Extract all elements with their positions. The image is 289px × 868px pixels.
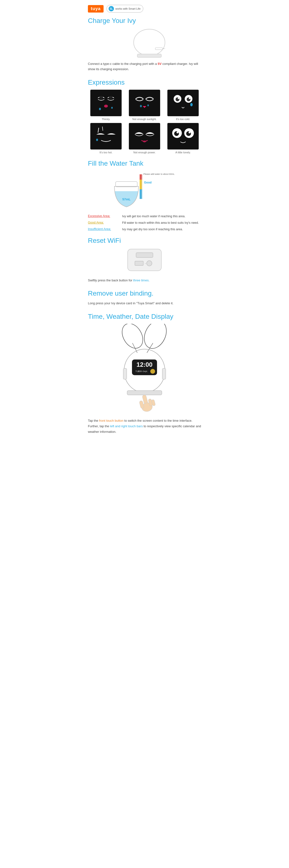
- twd-illustration: 12:00 TUE 20th-Sept.: [88, 324, 201, 413]
- tank-svg: 57mL: [111, 172, 142, 209]
- svg-point-47: [150, 369, 155, 374]
- face-hot: [90, 123, 121, 150]
- svg-text:20th-Sept.: 20th-Sept.: [138, 370, 148, 373]
- svg-point-8: [111, 107, 113, 109]
- ivy-device-image: ←: [125, 28, 164, 57]
- expression-lonely: A little lonely.: [165, 123, 201, 154]
- svg-point-17: [190, 103, 193, 106]
- reset-highlight: three times.: [133, 278, 150, 282]
- svg-text:←: ←: [162, 46, 166, 51]
- svg-point-7: [99, 108, 101, 110]
- legend-good: Good Area: Fill water to reach within th…: [88, 221, 201, 225]
- expression-hot: It's too hot.: [88, 123, 124, 154]
- legend-good-text: Fill water to reach within this area to …: [122, 221, 199, 225]
- reset-wifi-illustration: ←: [88, 248, 201, 274]
- svg-point-5: [109, 96, 113, 99]
- water-tank-illustration: Please add water to about 60mL Good 57mL: [88, 171, 201, 209]
- svg-line-39: [147, 343, 153, 353]
- svg-rect-41: [123, 368, 127, 379]
- legend-good-label: Good Area:: [88, 221, 119, 224]
- svg-line-18: [98, 128, 99, 133]
- face-power-label: Not enough power.: [134, 151, 155, 154]
- expressions-grid: Thirsty. Not enough sunlight.: [88, 90, 201, 154]
- svg-point-9: [140, 105, 142, 107]
- remove-binding-text: Long press your Ivy device card in "Tuya…: [88, 301, 201, 306]
- face-thirsty: [90, 90, 121, 116]
- svg-rect-42: [162, 368, 166, 379]
- face-thirsty-label: Thirsty.: [102, 118, 110, 121]
- svg-text:57mL: 57mL: [122, 197, 131, 201]
- tuya-logo: tuya: [88, 5, 104, 12]
- face-sunlight-label: Not enough sunlight.: [133, 118, 157, 121]
- smart-life-icon: SL: [109, 6, 114, 11]
- header-logos: tuya SL works with Smart Life: [88, 5, 201, 12]
- water-legend: Excessive Area: Ivy will get too much wa…: [88, 214, 201, 231]
- touch-bars-highlight: left and right touch bars: [110, 424, 143, 428]
- smart-life-badge: SL works with Smart Life: [106, 5, 143, 12]
- expression-sunlight: Not enough sunlight.: [127, 90, 162, 121]
- expression-thirsty: Thirsty.: [88, 90, 124, 121]
- svg-rect-29: [116, 182, 137, 187]
- charge-description: Connect a type-c cable to the charging p…: [88, 61, 201, 72]
- tank-good: Good: [144, 181, 151, 184]
- svg-point-36: [118, 324, 147, 352]
- twd-description: Tap the front touch button to switch the…: [88, 418, 201, 435]
- svg-point-10: [147, 104, 149, 106]
- charge-illustration: ←: [88, 28, 201, 57]
- legend-insufficient-label: Insufficient Area:: [88, 227, 119, 231]
- face-cold: [168, 90, 199, 116]
- face-power: [129, 123, 160, 150]
- charge-title: Charge Your Ivy: [88, 17, 201, 25]
- expressions-title: Expressions: [88, 79, 201, 86]
- twd-svg: 12:00 TUE 20th-Sept.: [111, 324, 178, 413]
- charge-svg: ←: [125, 28, 173, 59]
- svg-rect-31: [128, 249, 161, 271]
- svg-text:←: ←: [145, 262, 147, 265]
- face-lonely-label: A little lonely.: [175, 151, 190, 154]
- svg-rect-33: [135, 261, 143, 266]
- svg-point-0: [134, 29, 165, 56]
- face-cold-label: It's too cold.: [176, 118, 190, 121]
- svg-point-38: [140, 324, 171, 352]
- svg-point-15: [178, 98, 179, 99]
- reset-text: Swiftly press the back button for three …: [88, 278, 201, 283]
- svg-line-19: [102, 127, 103, 131]
- twd-title: Time, Weather, Date Display: [88, 313, 201, 320]
- legend-insufficient-text: Ivy may get dry too soon if reaching thi…: [122, 227, 183, 232]
- svg-rect-1: [137, 54, 161, 57]
- legend-excessive-text: Ivy will get too much water if reaching …: [122, 214, 185, 219]
- remove-binding-title: Remove user binding.: [88, 289, 201, 297]
- front-touch-highlight: front touch button: [99, 419, 123, 423]
- face-sunlight: [129, 90, 160, 116]
- svg-point-4: [99, 96, 103, 99]
- face-hot-label: It's too hot.: [100, 151, 112, 154]
- legend-insufficient: Insufficient Area: Ivy may get dry too s…: [88, 227, 201, 232]
- svg-rect-32: [136, 253, 153, 257]
- expression-power: Not enough power.: [127, 123, 162, 154]
- svg-point-27: [188, 131, 190, 133]
- svg-rect-3: [155, 48, 162, 50]
- svg-point-26: [177, 131, 178, 133]
- reset-wifi-title: Reset WiFi: [88, 237, 201, 245]
- svg-point-6: [104, 105, 108, 107]
- svg-point-20: [96, 138, 98, 141]
- svg-point-34: [147, 261, 152, 266]
- svg-point-16: [189, 98, 190, 99]
- expression-cold: It's too cold.: [165, 90, 201, 121]
- tank-instruction: Please add water to about 60mL: [143, 173, 175, 176]
- smart-life-label: works with Smart Life: [115, 7, 141, 10]
- legend-excessive-label: Excessive Area:: [88, 214, 119, 218]
- legend-excessive: Excessive Area: Ivy will get too much wa…: [88, 214, 201, 219]
- water-tank-title: Fill the Water Tank: [88, 160, 201, 167]
- svg-point-21: [143, 141, 146, 143]
- svg-text:12:00: 12:00: [137, 361, 153, 368]
- reset-wifi-svg: ←: [120, 248, 169, 274]
- svg-rect-48: [127, 391, 162, 395]
- face-lonely: [168, 123, 199, 150]
